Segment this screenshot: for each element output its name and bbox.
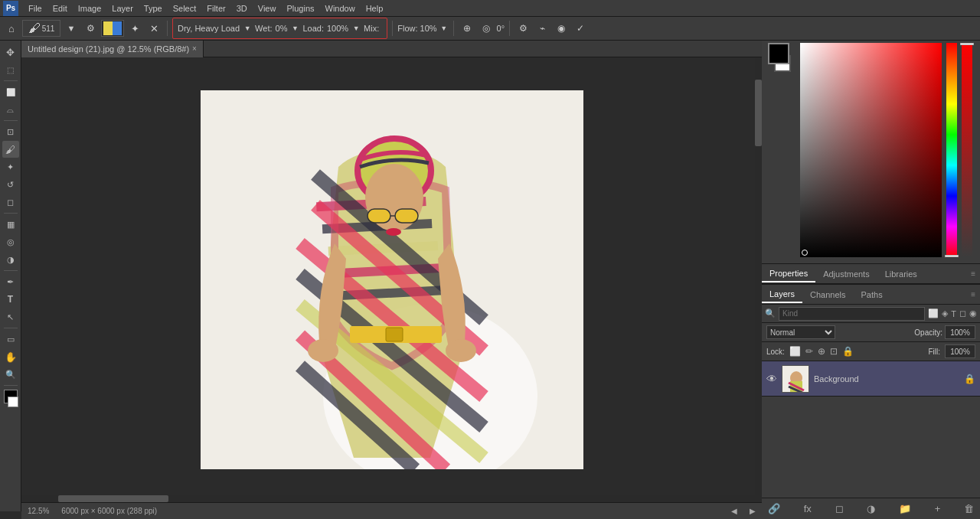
menu-window[interactable]: Window [320,2,361,15]
properties-panel-menu[interactable]: ≡ [971,269,975,278]
fill-input[interactable] [945,344,975,358]
lock-row: Lock: ⬜ ✏ ⊕ ⊡ 🔒 Fill: [762,342,980,361]
rectangle-tool[interactable]: ▭ [2,331,19,348]
menu-filter[interactable]: Filter [201,2,230,15]
svg-rect-20 [386,328,403,341]
filter-adjust-icon[interactable]: ◈ [942,308,948,318]
tab-paths[interactable]: Paths [854,287,890,302]
brush-settings-icon[interactable]: ⚙ [82,20,99,37]
path-selection-tool[interactable]: ↖ [2,308,19,325]
opacity-slider[interactable] [962,43,972,257]
menu-layer[interactable]: Layer [106,2,139,15]
type-tool[interactable]: T [2,291,19,308]
add-mask-btn[interactable]: ◻ [835,503,844,514]
lock-pixels-btn[interactable]: ⬜ [789,346,801,357]
menu-help[interactable]: Help [361,2,389,15]
brush-tool[interactable]: 🖌 [2,141,19,158]
delete-layer-btn[interactable]: 🗑 [964,503,974,514]
load-dropdown[interactable]: ▼ [351,20,361,37]
status-navigate-left[interactable]: ◀ [731,507,737,515]
link-layers-btn[interactable]: 🔗 [768,503,780,514]
lock-position-btn[interactable]: ⊕ [818,346,825,357]
foreground-swatch[interactable] [768,43,789,64]
blend-mode-select[interactable]: Normal [766,325,835,339]
filter-type-icon[interactable]: T [951,309,956,318]
artboard-tool[interactable]: ⬚ [2,61,19,78]
color-spectrum-area[interactable] [800,43,942,257]
menu-select[interactable]: Select [168,2,202,15]
brush-mode-dropdown[interactable]: ▼ [243,20,252,37]
canvas-dimensions: 6000 px × 6000 px (288 ppi) [61,507,157,515]
extra-options1[interactable]: ⚙ [514,20,531,37]
zoom-tool[interactable]: 🔍 [2,366,19,383]
move-tool[interactable]: ✥ [2,44,19,60]
eraser-icon[interactable]: ✕ [145,20,162,37]
gradient-tool[interactable]: ▦ [2,216,19,233]
tab-layers[interactable]: Layers [762,286,802,303]
menu-edit[interactable]: Edit [47,2,73,15]
new-group-btn[interactable]: 📁 [899,503,911,514]
brush-preset-picker[interactable]: 🖌 511 [22,20,60,37]
background-color[interactable] [8,397,18,407]
layers-panel-menu[interactable]: ≡ [971,290,975,299]
extra-options4[interactable]: ✓ [572,20,589,37]
clone-stamp-tool[interactable]: ✦ [2,158,19,175]
extra-options3[interactable]: ◉ [553,20,570,37]
menu-3d[interactable]: 3D [231,2,253,15]
flow-dropdown[interactable]: ▼ [439,20,449,37]
brush-toggle[interactable]: ▼ [63,20,80,37]
menu-image[interactable]: Image [73,2,107,15]
status-navigate-right[interactable]: ▶ [750,507,756,515]
dodge-tool[interactable]: ◑ [2,251,19,268]
eraser-tool[interactable]: ◻ [2,194,19,211]
tab-channels[interactable]: Channels [802,287,853,302]
brush-params-group: Dry, Heavy Load ▼ Wet: 0% ▼ Load: 100% ▼… [172,18,387,39]
hue-slider[interactable] [946,43,957,257]
menu-plugins[interactable]: Plugins [281,2,319,15]
extra-options2[interactable]: ⌁ [534,20,550,37]
add-effect-btn[interactable]: fx [804,503,812,514]
lasso-tool[interactable]: ⌓ [2,101,19,118]
opacity-input[interactable] [945,325,975,339]
blur-tool[interactable]: ◎ [2,233,19,250]
new-layer-btn[interactable]: + [935,503,941,514]
home-button[interactable]: ⌂ [3,20,20,37]
menu-type[interactable]: Type [139,2,168,15]
smoothing-icon[interactable]: ◎ [478,20,495,37]
wet-dropdown[interactable]: ▼ [290,20,299,37]
opacity-control: Opacity: [914,325,975,339]
marquee-tool[interactable]: ⬜ [2,83,19,100]
filter-pixel-icon[interactable]: ⬜ [928,308,939,318]
search-icon: 🔍 [765,308,776,318]
smudge-icon[interactable]: ⊕ [459,20,475,37]
tab-close-button[interactable]: × [192,44,197,53]
brush-mode-label: Dry, Heavy Load [178,24,240,33]
airbrush-icon[interactable]: ✦ [126,20,143,37]
file-tab[interactable]: Untitled design (21).jpg @ 12.5% (RGB/8#… [21,41,204,57]
brush-swatch[interactable] [101,20,124,37]
filter-smart-icon[interactable]: ◉ [969,308,977,318]
flow-label: Flow: [397,24,417,33]
layers-search-input[interactable] [779,307,925,321]
wet-value: 0% [276,24,288,33]
canvas-hscroll[interactable] [21,495,755,502]
tab-libraries[interactable]: Libraries [877,266,925,282]
lock-brush-btn[interactable]: ✏ [805,346,813,357]
lock-all-btn[interactable]: 🔒 [842,346,854,357]
layers-tabs: Layers Channels Paths ≡ [762,285,980,305]
tab-properties[interactable]: Properties [762,266,815,282]
history-brush-tool[interactable]: ↺ [2,176,19,193]
menu-view[interactable]: View [253,2,282,15]
menu-file[interactable]: File [23,2,47,15]
canvas-document[interactable] [201,90,583,469]
lock-artboard-btn[interactable]: ⊡ [830,346,838,357]
canvas-vscroll[interactable] [755,57,762,502]
filter-shape-icon[interactable]: ◻ [959,308,966,318]
layer-background[interactable]: 👁 Background 🔒 [762,361,980,397]
hand-tool[interactable]: ✋ [2,348,19,365]
pen-tool[interactable]: ✒ [2,273,19,290]
crop-tool[interactable]: ⊡ [2,123,19,140]
new-fill-layer-btn[interactable]: ◑ [867,503,875,514]
tab-adjustments[interactable]: Adjustments [815,266,877,282]
layer-visibility-eye[interactable]: 👁 [766,373,777,385]
